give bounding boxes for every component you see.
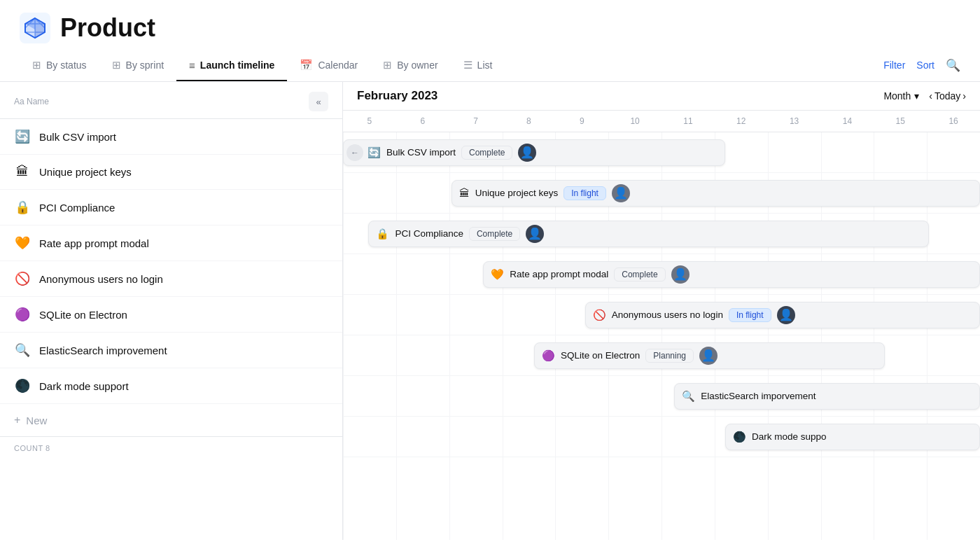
calendar-icon: 📅 bbox=[300, 59, 313, 71]
day-col-15: 15 bbox=[874, 116, 927, 126]
nav-actions: Filter Sort 🔍 bbox=[883, 58, 960, 74]
day-col-11: 11 bbox=[662, 116, 715, 126]
sqlite-icon: 🟣 bbox=[14, 307, 31, 322]
sidebar-item-unique-keys[interactable]: 🏛 Unique project keys bbox=[0, 155, 342, 190]
sort-button[interactable]: Sort bbox=[916, 60, 934, 71]
tab-list[interactable]: ☰ List bbox=[451, 50, 505, 81]
bulk-csv-bar[interactable]: ←🔄Bulk CSV importComplete👤 bbox=[343, 139, 725, 166]
elastic-bar-icon: 🔍 bbox=[682, 390, 695, 403]
tab-launch-timeline[interactable]: ≡ Launch timeline bbox=[176, 51, 287, 81]
by-sprint-icon: ⊞ bbox=[112, 59, 121, 71]
product-logo-icon bbox=[20, 13, 50, 43]
sqlite-bar-avatar: 👤 bbox=[699, 347, 718, 365]
sidebar-header: Aa Name « bbox=[0, 82, 342, 119]
pci-bar[interactable]: 🔒PCI ComplianceComplete👤 bbox=[368, 221, 929, 247]
bulk-csv-bar-icon: 🔄 bbox=[368, 146, 381, 159]
chevron-down-icon: ▾ bbox=[914, 90, 919, 102]
dark-mode-bar-icon: 🌑 bbox=[733, 431, 746, 443]
next-arrow-icon[interactable]: › bbox=[962, 90, 966, 102]
rate-app-bar-status-badge: Complete bbox=[614, 267, 665, 282]
timeline-row-rate-app-bar: 🧡Rate app prompt modalComplete👤 bbox=[343, 254, 980, 295]
timeline-row-pci-bar: 🔒PCI ComplianceComplete👤 bbox=[343, 214, 980, 254]
anon-bar[interactable]: 🚫Anonymous users no loginIn flight👤 bbox=[585, 302, 980, 328]
timeline-area: February 2023 Month ▾ ‹ Today › 56789101… bbox=[343, 82, 980, 540]
day-col-13: 13 bbox=[768, 116, 821, 126]
tab-by-status[interactable]: ⊞ By status bbox=[20, 50, 99, 81]
filter-button[interactable]: Filter bbox=[883, 60, 905, 71]
elastic-bar[interactable]: 🔍ElasticSearch imporvement bbox=[674, 383, 980, 410]
prev-arrow-icon[interactable]: ‹ bbox=[929, 90, 932, 102]
anon-bar-label: Anonymous users no login bbox=[612, 310, 723, 320]
sidebar-rows: 🔄 Bulk CSV import 🏛 Unique project keys … bbox=[0, 119, 342, 436]
day-col-12: 12 bbox=[715, 116, 768, 126]
day-col-5: 5 bbox=[343, 116, 396, 126]
month-selector-button[interactable]: Month ▾ bbox=[883, 90, 919, 102]
elastic-bar-label: ElasticSearch imporvement bbox=[701, 391, 816, 401]
bulk-csv-bar-label: Bulk CSV import bbox=[386, 147, 456, 158]
sidebar-col-name-label: Aa Name bbox=[14, 97, 49, 106]
day-col-10: 10 bbox=[608, 116, 662, 126]
pci-bar-status-badge: Complete bbox=[469, 227, 520, 241]
sidebar: Aa Name « 🔄 Bulk CSV import 🏛 Unique pro… bbox=[0, 82, 343, 540]
sidebar-item-pci[interactable]: 🔒 PCI Compliance bbox=[0, 190, 342, 225]
sqlite-bar-label: SQLite on Electron bbox=[561, 350, 640, 361]
tab-calendar[interactable]: 📅 Calendar bbox=[287, 50, 370, 81]
timeline-row-elastic-bar: 🔍ElasticSearch imporvement bbox=[343, 376, 980, 417]
timeline-row-dark-mode-bar: 🌑Dark mode suppo bbox=[343, 417, 980, 457]
list-icon: ☰ bbox=[463, 59, 472, 71]
timeline-row-unique-keys-bar: 🏛Unique project keysIn flight👤 bbox=[343, 173, 980, 214]
anon-bar-avatar: 👤 bbox=[777, 306, 795, 324]
new-item-button[interactable]: + New bbox=[0, 404, 342, 436]
sidebar-item-anon-users[interactable]: 🚫 Anonymous users no login bbox=[0, 261, 342, 297]
nav-tabs: ⊞ By status ⊞ By sprint ≡ Launch timelin… bbox=[0, 50, 980, 82]
sidebar-item-rate-app[interactable]: 🧡 Rate app prompt modal bbox=[0, 225, 342, 261]
timeline-row-bulk-csv-bar: ←🔄Bulk CSV importComplete👤 bbox=[343, 132, 980, 173]
unique-keys-icon: 🏛 bbox=[14, 165, 31, 179]
by-status-icon: ⊞ bbox=[32, 59, 41, 71]
pci-bar-avatar: 👤 bbox=[526, 225, 544, 243]
unique-keys-bar-status-badge: In flight bbox=[564, 186, 606, 200]
timeline-days-header: 5678910111213141516 bbox=[343, 111, 980, 132]
day-col-7: 7 bbox=[449, 116, 503, 126]
timeline-row-sqlite-bar: 🟣SQLite on ElectronPlanning👤 bbox=[343, 335, 980, 376]
plus-icon: + bbox=[14, 414, 20, 426]
timeline-row-anon-bar: 🚫Anonymous users no loginIn flight👤 bbox=[343, 295, 980, 335]
unique-keys-bar[interactable]: 🏛Unique project keysIn flight👤 bbox=[451, 180, 980, 207]
sidebar-item-sqlite[interactable]: 🟣 SQLite on Electron bbox=[0, 297, 342, 333]
day-col-6: 6 bbox=[396, 116, 449, 126]
page-title: Product bbox=[60, 13, 155, 43]
tab-by-sprint[interactable]: ⊞ By sprint bbox=[99, 50, 176, 81]
search-icon[interactable]: 🔍 bbox=[946, 58, 960, 73]
timeline-month-label: February 2023 bbox=[357, 89, 438, 103]
anon-bar-status-badge: In flight bbox=[729, 308, 771, 322]
day-col-14: 14 bbox=[821, 116, 874, 126]
timeline-body: ←🔄Bulk CSV importComplete👤🏛Unique projec… bbox=[343, 132, 980, 540]
sidebar-item-elastic[interactable]: 🔍 ElasticSearch improvement bbox=[0, 333, 342, 368]
rate-app-bar-label: Rate app prompt modal bbox=[510, 269, 608, 279]
rate-app-icon: 🧡 bbox=[14, 235, 31, 251]
pci-icon: 🔒 bbox=[14, 200, 31, 215]
sidebar-item-dark-mode[interactable]: 🌑 Dark mode support bbox=[0, 368, 342, 404]
anon-bar-icon: 🚫 bbox=[593, 309, 606, 321]
timeline-header: February 2023 Month ▾ ‹ Today › bbox=[343, 82, 980, 111]
unique-keys-bar-icon: 🏛 bbox=[459, 187, 470, 199]
rate-app-bar[interactable]: 🧡Rate app prompt modalComplete👤 bbox=[483, 261, 980, 288]
elastic-icon: 🔍 bbox=[14, 342, 31, 358]
collapse-sidebar-button[interactable]: « bbox=[309, 92, 328, 111]
sqlite-bar-status-badge: Planning bbox=[645, 349, 694, 363]
back-arrow-icon[interactable]: ← bbox=[346, 144, 363, 161]
sidebar-item-bulk-csv[interactable]: 🔄 Bulk CSV import bbox=[0, 119, 342, 155]
today-button[interactable]: ‹ Today › bbox=[929, 90, 966, 102]
sqlite-bar-icon: 🟣 bbox=[542, 349, 555, 362]
sqlite-bar[interactable]: 🟣SQLite on ElectronPlanning👤 bbox=[534, 342, 885, 369]
pci-bar-icon: 🔒 bbox=[376, 228, 389, 240]
unique-keys-bar-label: Unique project keys bbox=[475, 188, 559, 198]
rate-app-bar-icon: 🧡 bbox=[491, 268, 504, 281]
dark-mode-icon: 🌑 bbox=[14, 378, 31, 394]
bulk-csv-bar-status-badge: Complete bbox=[461, 146, 512, 160]
timeline-controls: Month ▾ ‹ Today › bbox=[883, 90, 966, 102]
tab-by-owner[interactable]: ⊞ By owner bbox=[370, 50, 450, 81]
dark-mode-bar[interactable]: 🌑Dark mode suppo bbox=[725, 424, 980, 450]
anon-users-icon: 🚫 bbox=[14, 271, 31, 286]
pci-bar-label: PCI Compliance bbox=[395, 228, 463, 239]
